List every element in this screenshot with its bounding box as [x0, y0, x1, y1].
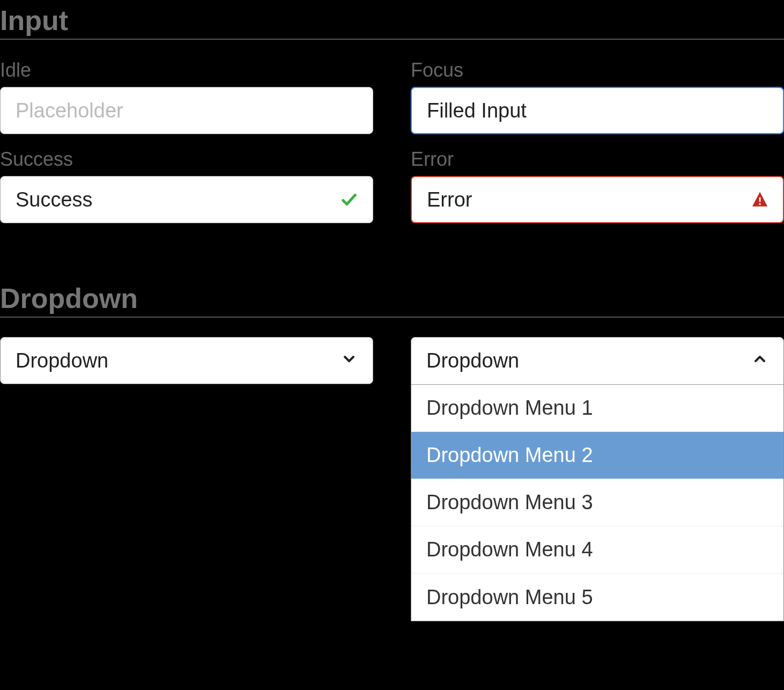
dropdown-open: Dropdown Dropdown Menu 1 Dropdown Menu 2… — [411, 337, 784, 621]
field-group-error: Error — [411, 148, 784, 223]
field-group-idle: Idle — [0, 59, 373, 134]
dropdown-item[interactable]: Dropdown Menu 5 — [411, 574, 783, 621]
check-icon — [340, 190, 358, 209]
dropdown-closed: Dropdown — [0, 337, 373, 621]
dropdown-item[interactable]: Dropdown Menu 4 — [411, 526, 783, 574]
field-group-success: Success — [0, 148, 373, 223]
dropdown-trigger-closed[interactable]: Dropdown — [0, 337, 373, 384]
svg-rect-0 — [759, 197, 761, 202]
field-label-idle: Idle — [0, 59, 373, 82]
dropdown-menu: Dropdown Menu 1 Dropdown Menu 2 Dropdown… — [411, 385, 783, 621]
field-label-error: Error — [411, 148, 784, 171]
input-success[interactable] — [0, 176, 373, 223]
dropdown-item[interactable]: Dropdown Menu 1 — [411, 385, 783, 432]
field-label-success: Success — [0, 148, 373, 171]
input-error[interactable] — [411, 176, 784, 223]
section-title-input: Input — [0, 4, 784, 40]
input-idle[interactable] — [0, 87, 373, 134]
field-label-focus: Focus — [411, 59, 784, 82]
dropdown-label: Dropdown — [426, 349, 519, 372]
dropdown-label: Dropdown — [16, 349, 108, 372]
dropdown-item[interactable]: Dropdown Menu 3 — [411, 479, 783, 526]
chevron-down-icon — [341, 349, 358, 372]
field-group-focus: Focus — [411, 59, 784, 134]
dropdown-item[interactable]: Dropdown Menu 2 — [411, 432, 783, 479]
input-focus[interactable] — [411, 87, 784, 134]
warning-triangle-icon — [751, 190, 769, 209]
chevron-up-icon — [751, 349, 768, 372]
dropdown-trigger-open[interactable]: Dropdown — [411, 337, 783, 385]
svg-rect-1 — [759, 203, 761, 205]
section-title-dropdown: Dropdown — [0, 282, 784, 318]
